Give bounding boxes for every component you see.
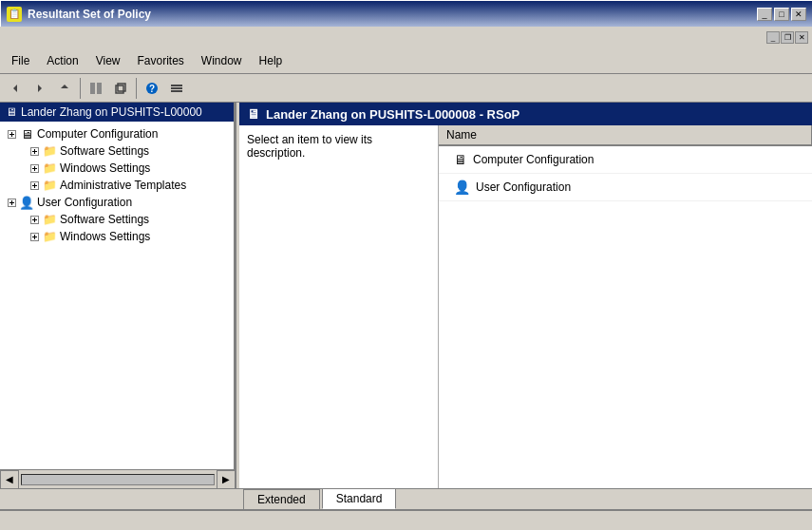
row-label-user-config: User Configuration [476,180,571,194]
tree-header: 🖥 Lander Zhang on PUSHITS-L00000 [0,103,234,122]
toolbar-copy[interactable] [109,77,132,100]
table-row[interactable]: 👤 User Configuration [439,174,812,201]
tab-extended-label: Extended [257,493,306,506]
content-row-computer-config[interactable]: 🖥 Computer Configuration [446,149,804,170]
svg-rect-0 [90,83,95,94]
maximize-button[interactable]: □ [774,8,789,21]
tab-standard[interactable]: Standard [322,488,397,509]
content-pane: Name 🖥 Computer Configuration [439,125,812,511]
description-pane: Select an item to view its description. [239,125,439,511]
table-row[interactable]: 🖥 Computer Configuration [439,145,812,174]
inner-minimize-button[interactable]: _ [766,31,780,44]
svg-rect-3 [118,84,125,91]
title-bar-buttons: _ □ ✕ [757,8,806,21]
row-icon-user-config: 👤 [454,180,470,195]
sw-settings-user-label: Software Settings [60,213,149,226]
win-settings-user-label: Windows Settings [60,230,150,243]
title-bar: 📋 Resultant Set of Policy _ □ ✕ [0,0,812,27]
main-container: 🖥 Lander Zhang on PUSHITS-L00000 🖥 Compu… [0,103,812,511]
close-button[interactable]: ✕ [791,8,806,21]
hscroll-bar: ◀ ▶ [0,469,236,488]
row-label-computer-config: Computer Configuration [473,153,594,166]
menu-help[interactable]: Help [252,51,291,70]
user-config-icon: 👤 [19,195,34,210]
tree-item-computer-config[interactable]: 🖥 Computer Configuration [0,125,234,142]
tree-item-user-config[interactable]: 👤 User Configuration [0,194,234,211]
right-panel: 🖥 Lander Zhang on PUSHITS-L000008 - RSoP… [239,103,812,511]
content-table: Name 🖥 Computer Configuration [439,125,812,201]
expand-computer-config[interactable] [4,126,19,142]
right-header-icon: 🖥 [247,106,260,122]
title-bar-left: 📋 Resultant Set of Policy [7,7,151,22]
hscroll-right-btn[interactable]: ▶ [217,470,236,489]
tab-standard-label: Standard [336,492,383,505]
inner-title-bar: _ ❐ ✕ [0,27,812,47]
tree-item-sw-settings-comp[interactable]: 📁 Software Settings [0,142,234,160]
win-settings-comp-label: Windows Settings [60,161,150,175]
toolbar-extra[interactable] [165,77,188,100]
col-name: Name [439,125,812,145]
toolbar-forward[interactable] [28,77,51,100]
tabs-bar: Extended Standard [0,488,812,509]
menu-file[interactable]: File [4,51,37,70]
sw-settings-comp-label: Software Settings [60,144,149,158]
menu-bar: File Action View Favorites Window Help [0,47,812,74]
svg-rect-2 [116,85,123,93]
win-settings-user-icon: 📁 [42,229,57,244]
right-header-title: Lander Zhang on PUSHITS-L000008 - RSoP [266,107,519,122]
tree-root-icon: 🖥 [6,105,17,119]
toolbar-help[interactable]: ? [141,77,163,100]
menu-view[interactable]: View [88,51,128,70]
tree-item-win-settings-comp[interactable]: 📁 Windows Settings [0,160,234,177]
svg-rect-7 [171,87,182,89]
expand-win-settings-user[interactable] [27,229,42,244]
sw-settings-user-icon: 📁 [42,212,57,227]
win-settings-comp-icon: 📁 [42,161,57,176]
row-icon-computer-config: 🖥 [454,152,467,167]
svg-rect-8 [171,90,182,92]
inner-title-buttons: _ ❐ ✕ [766,31,808,44]
toolbar-show-hide-tree[interactable] [85,77,107,100]
right-panel-header: 🖥 Lander Zhang on PUSHITS-L000008 - RSoP [239,103,812,125]
menu-favorites[interactable]: Favorites [130,51,192,70]
computer-config-label: Computer Configuration [37,127,158,141]
expand-admin-templates[interactable] [27,178,42,193]
tree-panel: 🖥 Lander Zhang on PUSHITS-L00000 🖥 Compu… [0,103,236,511]
computer-config-icon: 🖥 [19,126,34,142]
tab-extended[interactable]: Extended [243,489,320,509]
toolbar-back[interactable] [4,77,27,100]
svg-text:?: ? [149,84,155,94]
tree-item-admin-templates[interactable]: 📁 Administrative Templates [0,177,234,194]
svg-rect-6 [171,85,182,86]
user-config-label: User Configuration [37,196,132,209]
separator-1 [80,78,81,99]
app-title: Resultant Set of Policy [28,8,151,21]
expand-win-settings-comp[interactable] [27,161,42,176]
menu-action[interactable]: Action [39,51,85,70]
tree-content: 🖥 Computer Configuration 📁 Software Sett… [0,122,234,249]
minimize-button[interactable]: _ [757,8,772,21]
hscroll-left-btn[interactable]: ◀ [0,470,19,489]
toolbar: ? [0,74,812,103]
expand-sw-settings-comp[interactable] [27,143,42,159]
inner-restore-button[interactable]: ❐ [781,31,794,44]
expand-sw-settings-user[interactable] [27,212,42,227]
tree-item-sw-settings-user[interactable]: 📁 Software Settings [0,211,234,228]
tree-root-label: Lander Zhang on PUSHITS-L00000 [21,105,202,119]
app-icon: 📋 [7,7,22,22]
toolbar-up[interactable] [53,77,76,100]
content-row-user-config[interactable]: 👤 User Configuration [446,177,804,198]
sw-settings-comp-icon: 📁 [42,143,57,159]
admin-templates-label: Administrative Templates [60,179,186,192]
status-bar [0,509,812,530]
expand-user-config[interactable] [4,195,19,210]
separator-2 [136,78,137,99]
inner-close-button[interactable]: ✕ [795,31,808,44]
right-body: Select an item to view its description. … [239,125,812,511]
description-text: Select an item to view its description. [247,133,372,160]
menu-window[interactable]: Window [194,51,250,70]
hscroll-track[interactable] [21,474,215,485]
admin-templates-icon: 📁 [42,178,57,193]
svg-rect-1 [97,83,102,94]
tree-item-win-settings-user[interactable]: 📁 Windows Settings [0,228,234,245]
